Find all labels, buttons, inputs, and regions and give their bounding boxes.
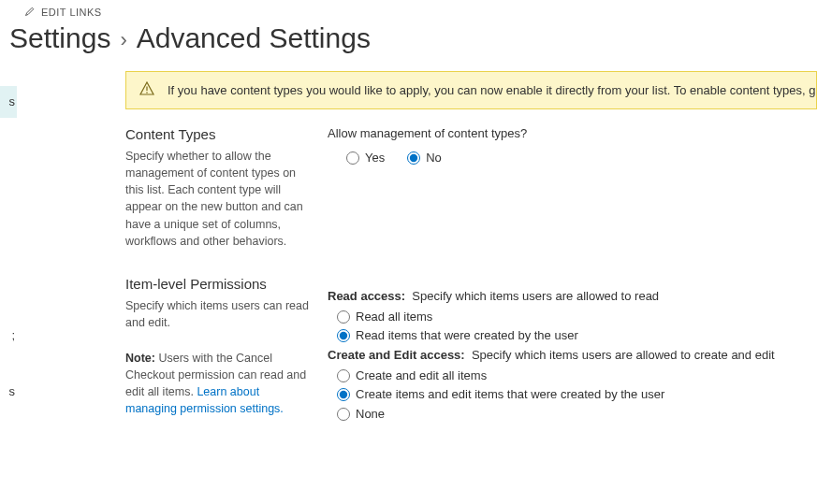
radio-edit-all[interactable]: Create and edit all items xyxy=(337,367,798,384)
info-banner: If you have content types you would like… xyxy=(125,71,817,109)
content-types-question: Allow management of content types? xyxy=(328,126,798,140)
radio-input-no[interactable] xyxy=(407,151,420,165)
radio-edit-none[interactable]: None xyxy=(337,406,798,423)
radio-input-yes[interactable] xyxy=(346,151,359,165)
radio-input-edit-all[interactable] xyxy=(337,369,350,382)
sidebar-item-2[interactable]: ; xyxy=(0,320,17,352)
pencil-icon xyxy=(24,6,36,19)
radio-input-edit-none[interactable] xyxy=(337,408,350,421)
banner-text: If you have content types you would like… xyxy=(168,83,817,97)
section-item-permissions: Item-level Permissions Specify which ite… xyxy=(125,276,817,425)
sidebar-item-3[interactable]: s xyxy=(0,376,17,408)
warning-icon xyxy=(139,81,154,99)
radio-input-edit-own[interactable] xyxy=(337,388,350,401)
breadcrumb: Settings › Advanced Settings xyxy=(0,22,817,71)
radio-read-own[interactable]: Read items that were created by the user xyxy=(337,327,798,344)
radio-content-types-yes[interactable]: Yes xyxy=(346,150,385,166)
read-access-label: Read access: Specify which items users a… xyxy=(328,289,798,303)
radio-input-read-all[interactable] xyxy=(337,310,350,324)
section-content-types: Content Types Specify whether to allow t… xyxy=(125,126,817,250)
edit-access-label: Create and Edit access: Specify which it… xyxy=(328,348,798,362)
item-permissions-desc: Specify which items users can read and e… xyxy=(125,297,311,331)
left-sidebar: s ; s xyxy=(0,71,17,408)
item-permissions-note: Note: Users with the Cancel Checkout per… xyxy=(125,350,311,418)
content-types-heading: Content Types xyxy=(125,126,311,142)
svg-point-1 xyxy=(146,92,148,94)
sidebar-item-selected[interactable]: s xyxy=(0,86,17,118)
edit-links-button[interactable]: EDIT LINKS xyxy=(0,0,817,22)
content-types-desc: Specify whether to allow the management … xyxy=(125,148,311,250)
radio-edit-own[interactable]: Create items and edit items that were cr… xyxy=(328,386,798,403)
radio-input-read-own[interactable] xyxy=(337,329,350,342)
edit-links-label: EDIT LINKS xyxy=(41,7,102,18)
radio-content-types-no[interactable]: No xyxy=(407,150,442,166)
chevron-right-icon: › xyxy=(120,28,126,52)
item-permissions-heading: Item-level Permissions xyxy=(125,276,311,292)
radio-read-all[interactable]: Read all items xyxy=(337,309,798,325)
breadcrumb-current: Advanced Settings xyxy=(137,22,371,54)
breadcrumb-parent[interactable]: Settings xyxy=(9,22,110,54)
